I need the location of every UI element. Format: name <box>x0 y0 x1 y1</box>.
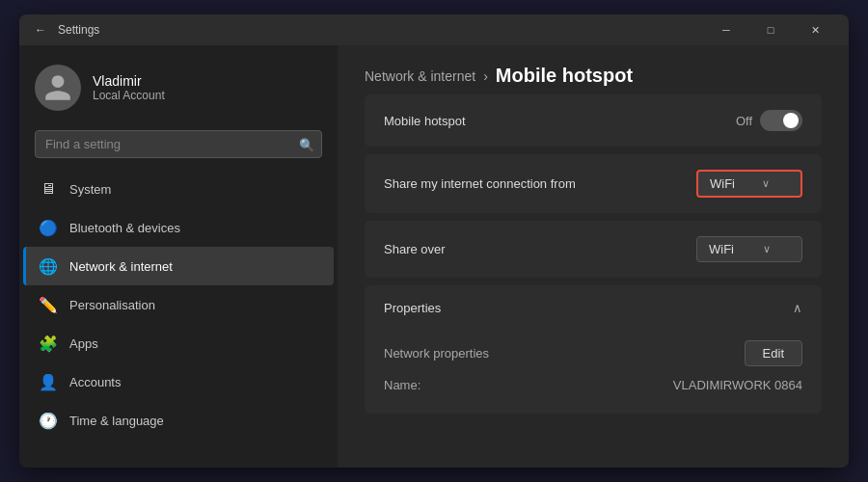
sidebar-item-network[interactable]: 🌐 Network & internet <box>23 247 334 285</box>
mobile-hotspot-section: Mobile hotspot Off <box>365 94 822 147</box>
sidebar-item-system-label: System <box>69 182 111 197</box>
mobile-hotspot-toggle[interactable] <box>760 110 802 131</box>
sidebar-item-apps[interactable]: 🧩 Apps <box>23 324 334 362</box>
bluetooth-icon: 🔵 <box>39 218 58 237</box>
toggle-off-label: Off <box>736 114 752 128</box>
search-input[interactable] <box>35 130 322 158</box>
name-row: Name: VLADIMIRWORK 0864 <box>384 372 802 398</box>
sidebar-item-apps-label: Apps <box>69 336 98 351</box>
system-icon: 🖥 <box>39 179 58 199</box>
user-name: Vladimir <box>93 73 165 89</box>
sidebar-item-bluetooth[interactable]: 🔵 Bluetooth & devices <box>23 208 334 247</box>
avatar-icon <box>42 72 73 103</box>
share-from-row: Share my internet connection from WiFi ∨ <box>365 154 822 213</box>
window-title: Settings <box>58 23 704 37</box>
breadcrumb-separator: › <box>483 68 488 84</box>
sidebar-item-accounts[interactable]: 👤 Accounts <box>23 362 334 401</box>
share-over-row: Share over WiFi ∨ <box>365 221 822 278</box>
apps-icon: 🧩 <box>39 334 58 353</box>
panel: Network & internet › Mobile hotspot Mobi… <box>338 45 849 468</box>
minimize-button[interactable]: ─ <box>704 14 748 45</box>
share-over-value: WiFi <box>709 242 734 256</box>
avatar <box>35 65 81 111</box>
sidebar-item-personalisation[interactable]: ✏️ Personalisation <box>23 285 334 324</box>
back-button[interactable]: ← <box>31 20 50 40</box>
mobile-hotspot-row: Mobile hotspot Off <box>365 94 822 147</box>
sidebar-item-time-label: Time & language <box>69 414 164 428</box>
sidebar-item-accounts-label: Accounts <box>69 375 121 389</box>
window-controls: ─ □ ✕ <box>704 14 837 45</box>
name-value: VLADIMIRWORK 0864 <box>673 378 802 392</box>
sidebar-item-network-label: Network & internet <box>69 259 173 274</box>
share-over-label: Share over <box>384 242 446 256</box>
network-properties-row: Network properties Edit <box>384 335 802 372</box>
sidebar-item-time[interactable]: 🕐 Time & language <box>23 401 334 440</box>
breadcrumb: Network & internet › Mobile hotspot <box>365 65 822 87</box>
user-account-type: Local Account <box>93 89 165 102</box>
share-over-section: Share over WiFi ∨ <box>365 221 822 278</box>
edit-button[interactable]: Edit <box>745 340 802 366</box>
time-icon: 🕐 <box>39 411 58 430</box>
properties-title: Properties <box>384 301 441 315</box>
chevron-down-icon: ∨ <box>762 177 770 190</box>
share-over-dropdown[interactable]: WiFi ∨ <box>696 236 802 262</box>
user-section: Vladimir Local Account <box>19 45 338 126</box>
share-from-dropdown[interactable]: WiFi ∨ <box>696 170 802 198</box>
properties-section: Properties ∧ Network properties Edit Nam… <box>365 285 822 414</box>
user-info: Vladimir Local Account <box>93 73 165 102</box>
properties-body: Network properties Edit Name: VLADIMIRWO… <box>365 331 822 414</box>
mobile-hotspot-control: Off <box>736 110 802 131</box>
maximize-button[interactable]: □ <box>748 14 793 45</box>
sidebar: Vladimir Local Account 🔍 🖥 System 🔵 Blue… <box>19 45 338 468</box>
close-button[interactable]: ✕ <box>793 14 837 45</box>
search-box[interactable]: 🔍 <box>35 130 322 158</box>
network-icon: 🌐 <box>39 256 58 276</box>
sidebar-item-system[interactable]: 🖥 System <box>23 170 334 208</box>
name-label: Name: <box>384 378 420 392</box>
search-icon: 🔍 <box>299 137 314 151</box>
breadcrumb-parent: Network & internet <box>365 68 475 84</box>
main-content: Vladimir Local Account 🔍 🖥 System 🔵 Blue… <box>19 45 849 468</box>
chevron-up-icon: ∧ <box>793 301 802 315</box>
sidebar-item-personalisation-label: Personalisation <box>69 298 155 312</box>
accounts-icon: 👤 <box>39 372 58 391</box>
share-from-value: WiFi <box>710 176 735 191</box>
breadcrumb-current: Mobile hotspot <box>496 65 633 87</box>
settings-window: ← Settings ─ □ ✕ Vladimir Local Account <box>19 14 849 468</box>
network-properties-label: Network properties <box>384 346 489 361</box>
toggle-thumb <box>783 113 799 128</box>
share-from-section: Share my internet connection from WiFi ∨ <box>365 154 822 213</box>
chevron-down-icon-2: ∨ <box>763 243 771 255</box>
personalisation-icon: ✏️ <box>39 295 58 314</box>
mobile-hotspot-label: Mobile hotspot <box>384 114 466 128</box>
sidebar-item-bluetooth-label: Bluetooth & devices <box>69 221 180 235</box>
share-from-label: Share my internet connection from <box>384 176 576 191</box>
titlebar: ← Settings ─ □ ✕ <box>19 14 849 45</box>
properties-header[interactable]: Properties ∧ <box>365 285 822 331</box>
